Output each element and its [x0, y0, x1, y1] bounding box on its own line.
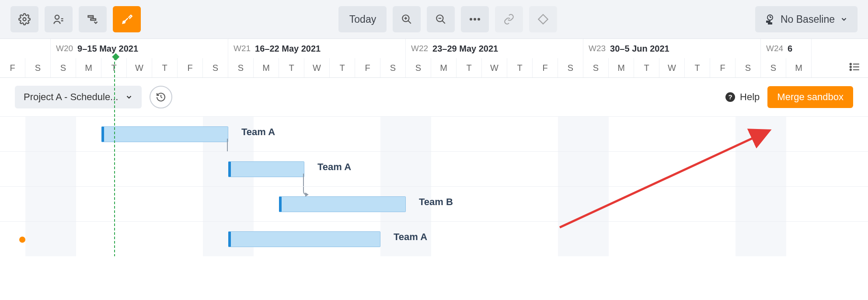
gantt-row: Team A — [0, 116, 868, 151]
week-cell-lead — [0, 39, 51, 58]
project-dropdown[interactable]: Project A - Schedule... — [15, 86, 142, 108]
day-cell: T — [634, 58, 659, 77]
week-code: W23 — [589, 44, 606, 53]
gantt-row: Team A — [0, 221, 868, 256]
gantt-row: Team B — [0, 186, 868, 221]
week-range: 16–22 May 2021 — [255, 44, 321, 54]
weekend-shade — [203, 187, 228, 221]
svg-line-5 — [408, 21, 411, 24]
day-cell: S — [380, 58, 406, 77]
svg-line-27 — [161, 97, 162, 98]
zoom-out-icon — [435, 14, 446, 25]
diamond-icon — [537, 14, 549, 25]
weekend-shade — [761, 222, 786, 256]
list-menu-icon[interactable] — [849, 61, 860, 73]
day-cell: S — [228, 58, 254, 77]
weekend-shade — [228, 187, 254, 221]
milestone-button[interactable] — [529, 6, 557, 32]
day-cell: S — [25, 58, 51, 77]
sandbox-button[interactable] — [113, 6, 141, 32]
svg-point-1 — [55, 15, 59, 19]
week-cell: W2223–29 May 2021 — [406, 39, 583, 58]
task-bar[interactable] — [279, 196, 406, 212]
day-cell: S — [203, 58, 228, 77]
chevron-down-icon — [840, 15, 848, 23]
users-button[interactable] — [45, 6, 73, 32]
day-cell: W — [482, 58, 507, 77]
gantt-subbar: Project A - Schedule... ? Help Merge san… — [0, 78, 868, 116]
day-cell: T — [685, 58, 710, 77]
history-button[interactable] — [150, 86, 172, 108]
day-cell: W — [304, 58, 330, 77]
week-cell: W209–15 May 2021 — [51, 39, 228, 58]
week-range: 6 — [788, 44, 792, 54]
weekend-shade — [736, 117, 761, 151]
week-code: W21 — [234, 44, 251, 53]
svg-rect-18 — [767, 21, 770, 22]
task-label: Team B — [419, 196, 453, 208]
change-marker-icon — [19, 237, 25, 243]
weekend-shade — [380, 152, 406, 186]
weekend-shade — [736, 187, 761, 221]
weekend-shade — [558, 117, 583, 151]
task-bar[interactable] — [228, 231, 380, 247]
link-icon — [503, 14, 515, 25]
svg-point-11 — [470, 18, 472, 21]
weekend-shade — [51, 187, 76, 221]
week-cell: W246 — [761, 39, 812, 58]
weekend-shade — [558, 187, 583, 221]
svg-text:?: ? — [729, 93, 732, 101]
svg-point-24 — [850, 69, 851, 70]
day-cell: T — [507, 58, 533, 77]
weekend-shade — [583, 187, 609, 221]
settings-button[interactable] — [10, 6, 38, 32]
svg-rect-14 — [539, 14, 548, 24]
weekend-shade — [583, 152, 609, 186]
task-bar[interactable] — [101, 126, 228, 142]
day-cell: M — [76, 58, 101, 77]
weekend-shade — [583, 222, 609, 256]
day-cell: T — [330, 58, 355, 77]
weekend-shade — [736, 222, 761, 256]
day-cell: M — [431, 58, 457, 77]
weekend-shade — [25, 222, 51, 256]
project-label: Project A - Schedule... — [24, 91, 118, 103]
chevron-down-icon — [125, 93, 133, 101]
day-cell: W — [127, 58, 152, 77]
gantt-icon — [87, 13, 99, 25]
weekend-shade — [736, 152, 761, 186]
day-cell: T — [152, 58, 178, 77]
day-cell: F — [533, 58, 558, 77]
link-button[interactable] — [495, 6, 523, 32]
today-button[interactable]: Today — [338, 6, 387, 32]
main-toolbar: Today No Baseline — [0, 0, 868, 39]
baseline-dropdown[interactable]: No Baseline — [755, 6, 858, 32]
weekend-shade — [406, 152, 431, 186]
weekend-shade — [203, 222, 228, 256]
gear-icon — [18, 13, 31, 25]
more-icon — [469, 17, 481, 21]
day-cell: M — [786, 58, 812, 77]
weekend-shade — [406, 117, 431, 151]
zoom-in-button[interactable] — [393, 6, 421, 32]
task-bar[interactable] — [228, 161, 304, 177]
svg-point-12 — [474, 18, 476, 21]
zoom-in-icon — [401, 14, 412, 25]
merge-sandbox-button[interactable]: Merge sandbox — [767, 86, 853, 108]
history-icon — [156, 92, 166, 102]
help-icon: ? — [725, 92, 736, 102]
weekend-shade — [558, 222, 583, 256]
zoom-out-button[interactable] — [427, 6, 455, 32]
help-button[interactable]: ? Help — [725, 91, 760, 103]
day-cell: F — [355, 58, 380, 77]
task-label: Team A — [241, 126, 275, 138]
day-cell: F — [710, 58, 736, 77]
more-button[interactable] — [461, 6, 489, 32]
week-range: 30–5 Jun 2021 — [610, 44, 669, 54]
tasks-button[interactable] — [79, 6, 107, 32]
weekend-shade — [51, 222, 76, 256]
day-cell: W — [659, 58, 685, 77]
weekend-shade — [558, 152, 583, 186]
baseline-icon — [765, 14, 775, 24]
weekend-shade — [25, 152, 51, 186]
